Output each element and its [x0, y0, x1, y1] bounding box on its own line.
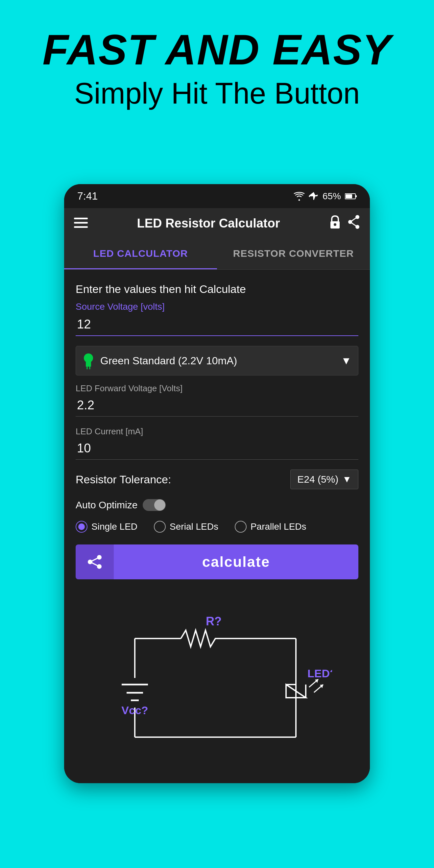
app-title: LED Resistor Calculator	[94, 216, 322, 230]
led-forward-voltage-input[interactable]	[75, 396, 359, 416]
svg-line-20	[90, 557, 99, 562]
share-icon[interactable]	[347, 215, 360, 232]
circuit-diagram: R? Vcc?	[64, 602, 370, 764]
led-forward-voltage-field: LED Forward Voltage [Volts]	[75, 383, 359, 416]
radio-single-led[interactable]: Single LED	[75, 521, 137, 533]
svg-line-11	[350, 217, 358, 222]
tolerance-label: Resistor Tolerance:	[75, 473, 290, 486]
led-current-input[interactable]	[75, 439, 359, 460]
action-buttons: calculate	[75, 545, 359, 579]
lock-icon[interactable]	[329, 215, 341, 232]
radio-serial-leds-label: Serial LEDs	[169, 522, 218, 532]
led-current-field: LED Current [mA]	[75, 427, 359, 460]
radio-parallel-leds-circle	[235, 521, 247, 533]
instruction-text: Enter the values then hit Calculate	[75, 283, 359, 296]
radio-serial-leds-circle	[154, 521, 166, 533]
svg-rect-1	[355, 195, 357, 197]
circuit-svg: R? Vcc?	[102, 612, 332, 750]
status-icons: 65%	[293, 191, 357, 202]
app-bar: LED Resistor Calculator	[64, 208, 370, 239]
source-voltage-input[interactable]	[75, 315, 359, 336]
led-preset-dropdown[interactable]: Green Standard (2.2V 10mA) ▼	[75, 346, 359, 375]
radio-parallel-leds[interactable]: Parallel LEDs	[235, 521, 306, 533]
radio-single-led-circle	[75, 521, 88, 533]
battery-icon	[345, 193, 357, 199]
resistor-label: R?	[206, 615, 222, 628]
promo-subtitle: Simply Hit The Button	[20, 76, 414, 111]
phone-bottom	[64, 764, 370, 783]
status-time: 7:41	[77, 190, 98, 202]
wifi-icon	[293, 192, 305, 201]
svg-rect-3	[74, 218, 88, 219]
svg-point-7	[334, 223, 336, 226]
calculator-content: Enter the values then hit Calculate Sour…	[64, 270, 370, 602]
tolerance-row: Resistor Tolerance: E24 (5%) ▼	[75, 469, 359, 489]
led-forward-voltage-label: LED Forward Voltage [Volts]	[75, 383, 359, 394]
svg-point-13	[84, 353, 93, 363]
led-label: LED?	[307, 667, 332, 680]
led-type-radio-group: Single LED Serial LEDs Parallel LEDs	[75, 521, 359, 533]
radio-serial-leds[interactable]: Serial LEDs	[154, 521, 218, 533]
radio-parallel-leds-label: Parallel LEDs	[251, 522, 306, 532]
tab-resistor-converter[interactable]: RESISTOR CONVERTER	[217, 239, 370, 269]
airplane-icon	[309, 191, 319, 201]
led-green-icon	[83, 352, 94, 369]
promo-area: FAST AND EASY Simply Hit The Button	[0, 0, 434, 130]
tolerance-dropdown[interactable]: E24 (5%) ▼	[290, 469, 359, 489]
svg-rect-5	[74, 226, 88, 228]
source-voltage-label: Source Voltage [volts]	[75, 302, 359, 312]
svg-line-12	[350, 222, 358, 227]
auto-optimize-row: Auto Optimize	[75, 499, 359, 511]
phone-mockup: 7:41 65%	[64, 184, 370, 783]
svg-line-21	[90, 562, 99, 566]
svg-rect-14	[86, 362, 91, 367]
app-bar-actions	[329, 215, 360, 232]
toggle-knob	[154, 499, 165, 510]
promo-title: FAST AND EASY	[20, 26, 414, 73]
led-preset-text: Green Standard (2.2V 10mA)	[100, 355, 341, 367]
share-result-button[interactable]	[75, 545, 114, 579]
tolerance-dropdown-arrow: ▼	[342, 474, 351, 485]
svg-rect-2	[346, 194, 352, 198]
tolerance-value: E24 (5%)	[297, 474, 338, 485]
battery-percentage: 65%	[322, 191, 341, 202]
auto-optimize-label: Auto Optimize	[75, 499, 137, 510]
status-bar: 7:41 65%	[64, 184, 370, 208]
svg-rect-4	[74, 222, 88, 224]
auto-optimize-toggle[interactable]	[143, 499, 166, 511]
led-current-label: LED Current [mA]	[75, 427, 359, 437]
share-button-icon	[88, 555, 102, 569]
tab-bar: LED CALCULATOR RESISTOR CONVERTER	[64, 239, 370, 270]
led-dropdown-arrow: ▼	[341, 355, 351, 367]
radio-single-led-label: Single LED	[91, 522, 137, 532]
tab-led-calculator[interactable]: LED CALCULATOR	[64, 239, 217, 269]
hamburger-menu-icon[interactable]	[74, 216, 88, 231]
calculate-button[interactable]: calculate	[114, 545, 359, 579]
radio-single-led-inner	[78, 523, 85, 530]
vcc-label: Vcc?	[121, 704, 148, 716]
